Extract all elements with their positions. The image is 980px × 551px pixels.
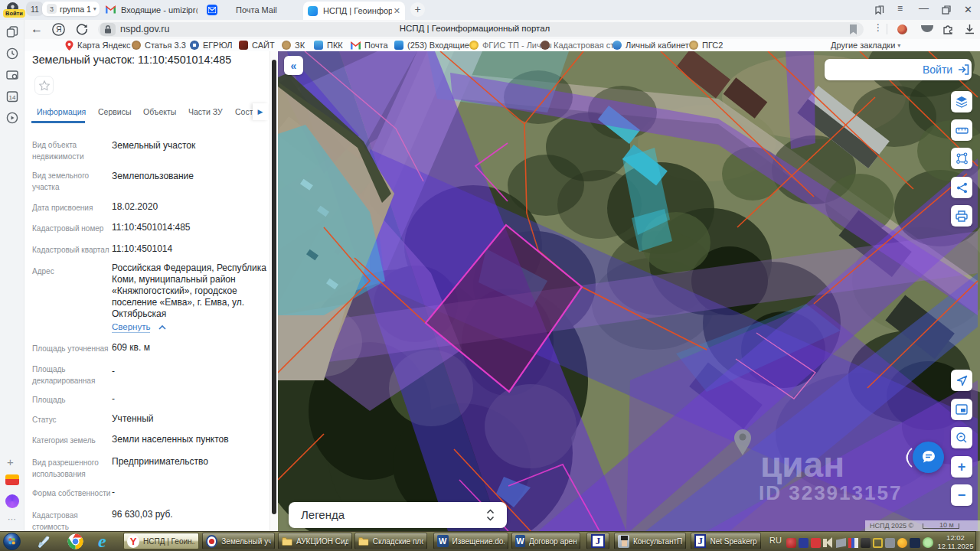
svg-text:14: 14 [9,94,16,101]
svg-text:циан: циан [760,445,844,484]
svg-text:ID 323913157: ID 323913157 [759,481,902,504]
svg-text:Я: Я [56,25,61,34]
